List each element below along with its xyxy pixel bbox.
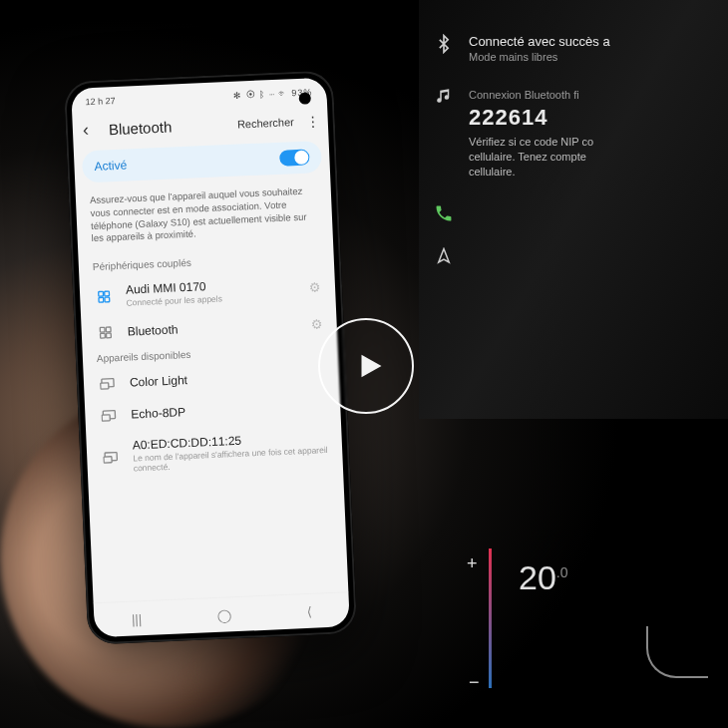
svg-rect-1 [105, 291, 110, 296]
toggle-label: Activé [94, 158, 127, 173]
svg-rect-3 [105, 297, 110, 302]
dash-bt-sub: Mode mains libres [469, 51, 610, 63]
svg-rect-2 [99, 297, 104, 302]
airflow-icon[interactable] [646, 626, 708, 678]
status-time: 12 h 27 [85, 96, 115, 107]
svg-rect-11 [102, 415, 110, 421]
device-icon [101, 449, 122, 466]
device-name: Bluetooth [127, 317, 298, 338]
temperature-value: 20.0 [519, 558, 568, 597]
home-icon[interactable]: ◯ [216, 607, 232, 623]
dash-conn-label: Connexion Bluetooth fi [469, 89, 593, 101]
svg-rect-7 [107, 333, 112, 338]
climate-panel: + − 20.0 [459, 548, 718, 698]
toggle-switch[interactable] [279, 149, 310, 166]
more-icon[interactable]: ⋮ [305, 113, 318, 130]
page-title: Bluetooth [109, 116, 230, 138]
music-icon[interactable] [433, 87, 455, 105]
device-icon [94, 288, 115, 305]
phone-call-icon[interactable] [433, 203, 455, 223]
device-icon [99, 407, 120, 424]
svg-rect-9 [101, 383, 109, 389]
back-icon[interactable]: ‹ [82, 120, 101, 142]
help-text: Assurez-vous que l'appareil auquel vous … [75, 177, 333, 258]
device-icon [98, 375, 119, 392]
dash-note: Vérifiez si ce code NIP co cellulaire. T… [469, 135, 593, 180]
recents-icon[interactable]: ||| [132, 611, 143, 626]
svg-rect-13 [104, 457, 112, 463]
device-icon [95, 324, 116, 341]
video-frame: Connecté avec succès a Mode mains libres… [0, 0, 728, 728]
temp-down-icon[interactable]: − [469, 672, 480, 693]
android-navbar: ||| ◯ ⟨ [94, 591, 350, 637]
dash-bt-status: Connecté avec succès a [469, 34, 610, 49]
bluetooth-toggle-row[interactable]: Activé [82, 141, 322, 182]
smartphone: 12 h 27 ✻ ⦿ ᛒ ⋯ ᯤ 93% ‹ Bluetooth Recher… [64, 70, 357, 644]
search-button[interactable]: Rechercher [237, 116, 294, 130]
bluetooth-icon [433, 34, 455, 54]
device-row[interactable]: A0:ED:CD:DD:11:25Le nom de l'appareil s'… [86, 422, 343, 484]
device-name: Echo-8DP [131, 399, 326, 422]
pairing-pin: 222614 [469, 105, 593, 131]
play-button[interactable] [318, 318, 414, 414]
gear-icon[interactable]: ⚙ [309, 279, 322, 295]
navigation-icon[interactable] [433, 247, 455, 265]
svg-rect-4 [100, 328, 105, 333]
svg-rect-5 [106, 327, 111, 332]
device-name: Color Light [130, 367, 325, 390]
car-infotainment: Connecté avec succès a Mode mains libres… [419, 0, 728, 419]
gear-icon[interactable]: ⚙ [310, 316, 323, 332]
temp-slider[interactable] [489, 548, 492, 688]
back-nav-icon[interactable]: ⟨ [306, 603, 312, 618]
svg-rect-0 [99, 291, 104, 296]
temp-up-icon[interactable]: + [467, 553, 478, 574]
svg-rect-6 [101, 334, 106, 339]
